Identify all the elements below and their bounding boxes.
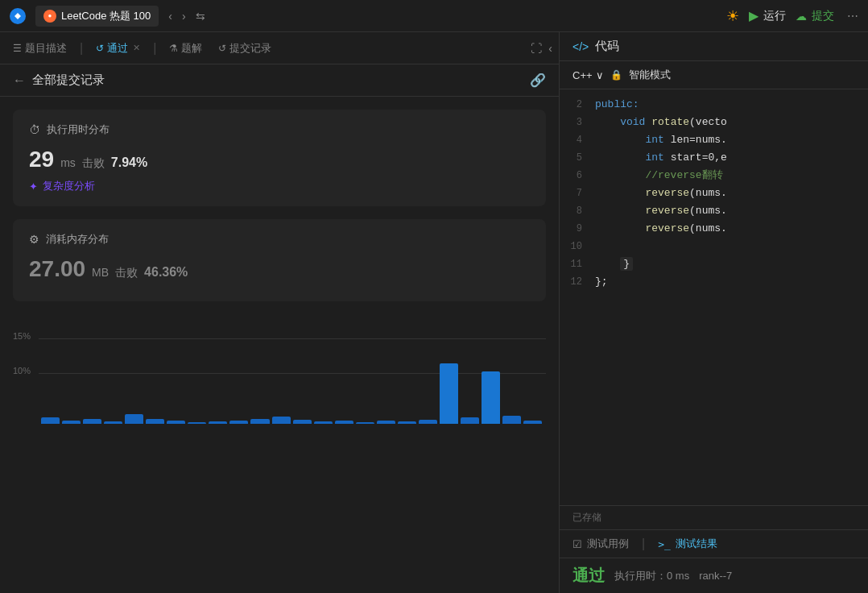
- result-label: 测试结果: [676, 537, 717, 551]
- smart-mode-label: 智能模式: [629, 68, 671, 82]
- result-pass-label[interactable]: 通过: [572, 565, 605, 587]
- memory-value: 27.00: [29, 256, 85, 282]
- top-bar-actions: ☀ ▶ 运行 ☁ 提交 ⋯: [726, 7, 862, 25]
- chart-bar: [377, 421, 395, 424]
- time-beat-pct: 7.94%: [111, 156, 147, 170]
- submit-label: 提交: [812, 9, 834, 23]
- time-value: 29: [29, 147, 54, 172]
- complexity-label: 复杂度分析: [43, 179, 95, 193]
- accepted-icon: ↺: [96, 43, 104, 54]
- theme-icon[interactable]: ☀: [726, 7, 739, 25]
- main-layout: ☰ 题目描述 | ↺ 通过 ✕ | ⚗ 题解 ↺ 提交记录 ⛶ ‹: [0, 32, 868, 593]
- right-panel: </> 代码 C++ ∨ 🔒 智能模式 2 public: 3 void rot…: [560, 32, 868, 593]
- chart-bar: [398, 421, 416, 424]
- star-icon: ✦: [29, 180, 38, 193]
- chart-bar: [314, 421, 333, 424]
- chart-bar: [461, 417, 479, 424]
- tab-result[interactable]: >_ 测试结果: [658, 537, 717, 551]
- nav-back[interactable]: ‹: [165, 8, 176, 24]
- expand-button[interactable]: ⛶: [531, 42, 542, 55]
- browser-tab[interactable]: ● LeetCode 热题 100: [35, 6, 159, 27]
- chart-bar: [229, 421, 248, 424]
- line-num-5: 5: [566, 149, 595, 167]
- memory-stat-main: 27.00 MB 击败 46.36%: [29, 256, 530, 282]
- time-unit: ms: [60, 156, 76, 169]
- tab-submissions[interactable]: ↺ 提交记录: [212, 38, 278, 59]
- bottom-tabs: ☑ 测试用例 | >_ 测试结果: [560, 530, 868, 558]
- line-content-10: [595, 238, 620, 255]
- tab-bar: ☰ 题目描述 | ↺ 通过 ✕ | ⚗ 题解 ↺ 提交记录 ⛶ ‹: [0, 32, 559, 64]
- link-icon[interactable]: 🔗: [530, 73, 546, 88]
- chart-bar: [62, 421, 81, 424]
- code-line-3: 3 void rotate(vecto: [560, 114, 868, 131]
- code-line-12: 12 };: [560, 273, 868, 291]
- chart-bars: [41, 335, 542, 424]
- memory-card-header: ⚙ 消耗内存分布: [29, 232, 530, 247]
- line-content-5: int start=0,e: [595, 149, 727, 167]
- code-line-9: 9 reverse(nums.: [560, 220, 868, 238]
- code-line-2: 2 public:: [560, 96, 868, 114]
- left-panel: ☰ 题目描述 | ↺ 通过 ✕ | ⚗ 题解 ↺ 提交记录 ⛶ ‹: [0, 32, 560, 593]
- chart-bar: [335, 421, 353, 424]
- chart-bar: [356, 422, 374, 424]
- code-line-10: 10: [560, 238, 868, 255]
- tab-solution[interactable]: ⚗ 题解: [163, 38, 209, 59]
- line-content-11: }: [595, 255, 633, 273]
- line-content-8: reverse(nums.: [595, 202, 727, 220]
- tab-bar-right: ⛶ ‹: [531, 42, 552, 55]
- code-line-6: 6 //reverse翻转: [560, 167, 868, 185]
- memory-beat-pct: 46.36%: [144, 265, 188, 280]
- solution-icon: ⚗: [169, 43, 178, 54]
- chart-bar: [209, 421, 227, 424]
- chart-bar: [83, 419, 101, 424]
- more-options-button[interactable]: ⋯: [844, 8, 862, 24]
- chart-bar: [146, 419, 164, 424]
- run-button[interactable]: ▶ 运行: [749, 8, 786, 23]
- nav-shuffle[interactable]: ⇆: [192, 8, 209, 24]
- tab-accepted[interactable]: ↺ 通过 ✕: [89, 38, 147, 59]
- line-num-7: 7: [566, 185, 595, 202]
- chart-bar: [272, 417, 291, 424]
- time-card-title: 执行用时分布: [47, 122, 110, 137]
- chart-bar: [125, 414, 143, 424]
- tab-testcase[interactable]: ☑ 测试用例: [572, 537, 629, 551]
- line-content-12: };: [595, 273, 608, 291]
- app-logo[interactable]: [6, 5, 29, 27]
- tab-divider-2: |: [153, 41, 156, 56]
- tab-description[interactable]: ☰ 题目描述: [6, 38, 73, 59]
- back-button[interactable]: ←: [13, 73, 26, 88]
- tab-title: LeetCode 热题 100: [61, 9, 151, 23]
- chevron-down-icon: ∨: [596, 69, 604, 81]
- clock-icon: ⏱: [29, 123, 40, 136]
- cloud-icon: ☁: [796, 10, 807, 23]
- scroll-area[interactable]: ⏱ 执行用时分布 29 ms 击败 7.94% ✦ 复杂度分析: [0, 97, 559, 593]
- nav-forward[interactable]: ›: [179, 8, 189, 24]
- submit-button[interactable]: ☁ 提交: [796, 9, 834, 23]
- line-num-9: 9: [566, 220, 595, 238]
- collapse-button[interactable]: ‹: [548, 42, 552, 55]
- tab-accepted-close[interactable]: ✕: [133, 43, 140, 53]
- testcase-label: 测试用例: [587, 537, 629, 551]
- chart-bar: [188, 422, 206, 424]
- line-content-7: reverse(nums.: [595, 185, 727, 202]
- chart-bar: [167, 421, 185, 424]
- line-content-2: public:: [595, 96, 639, 114]
- chart-bar-highlight: [440, 363, 458, 424]
- line-num-8: 8: [566, 202, 595, 220]
- code-title: 代码: [595, 39, 619, 54]
- line-num-12: 12: [566, 273, 595, 291]
- complexity-link[interactable]: ✦ 复杂度分析: [29, 179, 530, 193]
- tab-submissions-label: 提交记录: [229, 41, 271, 56]
- description-icon: ☰: [13, 43, 22, 54]
- chart-area: 15% 10%: [13, 327, 546, 432]
- code-header: </> 代码: [560, 32, 868, 61]
- chart-section: 15% 10%: [0, 327, 559, 445]
- language-button[interactable]: C++ ∨: [572, 69, 604, 81]
- chart-bar: [523, 421, 542, 424]
- line-content-4: int len=nums.: [595, 131, 727, 149]
- tab-solution-label: 题解: [181, 41, 202, 56]
- bottom-panel: ☑ 测试用例 | >_ 测试结果 通过 执行用时：0 ms rank--7: [560, 529, 868, 593]
- code-editor[interactable]: 2 public: 3 void rotate(vecto 4 int len=…: [560, 89, 868, 505]
- language-label: C++: [572, 69, 593, 81]
- language-selector: C++ ∨ 🔒 智能模式: [560, 61, 868, 89]
